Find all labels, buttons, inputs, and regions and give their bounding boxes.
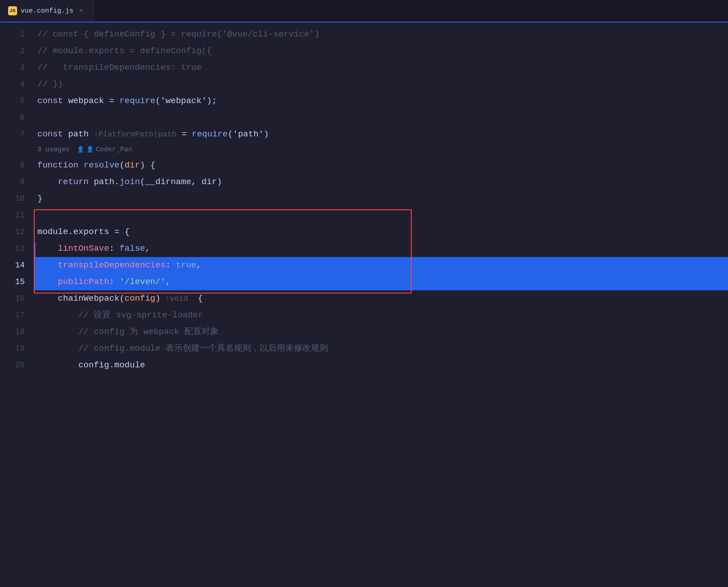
code-token: // config 为 webpack 配置对象	[78, 327, 219, 337]
code-line[interactable]: // config.module 表示创建一个具名规则，以后用来修改规则	[34, 340, 728, 357]
code-token: resolve	[84, 160, 120, 170]
tab-bar: JS vue.config.js ×	[0, 0, 728, 23]
code-token: // transpileDependencies: true	[37, 63, 202, 72]
code-area[interactable]: // const { defineConfig } = require('@vu…	[34, 23, 728, 587]
code-line[interactable]: // module.exports = defineConfig({	[34, 43, 728, 59]
code-token: // const { defineConfig } = require('@vu…	[37, 29, 319, 39]
code-token	[37, 327, 78, 337]
author-name: 👤Coder_Pan	[77, 143, 132, 157]
line-number: 12	[0, 224, 25, 240]
line-number: 6	[0, 109, 25, 126]
line-number: 7	[0, 126, 25, 143]
author-label: Coder_Pan	[96, 143, 132, 157]
code-token: require	[119, 96, 155, 106]
line-number	[0, 143, 25, 157]
code-line[interactable]: // 设置 svg-sprite-loader	[34, 307, 728, 324]
editor-area: 1234567891011121314151617181920 // const…	[0, 23, 728, 587]
meta-info-line: 3 usages👤Coder_Pan	[34, 143, 728, 157]
code-line[interactable]: // config 为 webpack 配置对象	[34, 324, 728, 340]
code-token: ) {	[140, 160, 155, 170]
code-token: :	[109, 277, 120, 287]
code-line[interactable]: function resolve(dir) {	[34, 157, 728, 174]
line-number: 8	[0, 157, 25, 174]
code-line[interactable]: transpileDependencies: true,	[34, 257, 728, 274]
code-token: require	[192, 129, 228, 139]
code-line[interactable]: chainWebpack(config) :void {	[34, 290, 728, 307]
code-token: // 设置 svg-sprite-loader	[78, 310, 203, 320]
file-tab[interactable]: JS vue.config.js ×	[0, 0, 94, 22]
code-token: (	[119, 160, 124, 170]
code-token: .exports = {	[68, 227, 130, 237]
code-token: false	[119, 244, 145, 253]
code-line[interactable]: // const { defineConfig } = require('@vu…	[34, 26, 728, 43]
code-token: ,	[145, 244, 150, 253]
code-token: module	[37, 227, 68, 237]
code-token: config	[37, 360, 109, 370]
line-number: 18	[0, 324, 25, 340]
code-token: ('webpack');	[155, 96, 217, 106]
usages-count: 3 usages	[37, 143, 70, 157]
line-number: 11	[0, 207, 25, 224]
code-token: // module.exports = defineConfig({	[37, 46, 212, 56]
line-number: 5	[0, 93, 25, 109]
line-number: 20	[0, 357, 25, 374]
code-token: :	[166, 260, 176, 270]
code-token: '/leven/'	[119, 277, 166, 287]
code-token: lintOnSave	[58, 244, 109, 253]
code-token	[37, 260, 58, 270]
tab-close-button[interactable]: ×	[77, 7, 85, 15]
line-number: 10	[0, 190, 25, 207]
code-token: path	[94, 177, 114, 187]
code-token: )	[155, 294, 160, 303]
code-token: =	[176, 129, 192, 139]
code-token: :void	[161, 294, 193, 303]
code-token: return	[37, 177, 94, 187]
code-line[interactable]: const path :PlatformPath|path = require(…	[34, 126, 728, 143]
code-line[interactable]: config.module	[34, 357, 728, 374]
code-token: config	[125, 294, 155, 303]
line-number: 17	[0, 307, 25, 324]
tab-filename: vue.config.js	[21, 7, 73, 15]
code-token: ,	[166, 277, 171, 287]
code-token: // config.module 表示创建一个具名规则，以后用来修改规则	[78, 343, 328, 353]
code-token	[37, 244, 58, 253]
code-line[interactable]: return path.join(__dirname, dir)	[34, 174, 728, 190]
code-line[interactable]: module.exports = {	[34, 224, 728, 240]
code-token	[37, 343, 78, 353]
code-token: (	[119, 294, 124, 303]
line-number: 16	[0, 290, 25, 307]
code-token: :PlatformPath|path	[94, 130, 176, 139]
code-token: :	[109, 244, 120, 253]
code-token: function	[37, 160, 84, 170]
code-token	[37, 277, 58, 287]
code-token: dir	[125, 160, 140, 170]
code-line[interactable]: lintOnSave: false,	[34, 240, 728, 257]
code-token: chainWebpack	[37, 294, 119, 303]
code-token: path	[68, 129, 89, 139]
code-line[interactable]: // })	[34, 76, 728, 93]
code-line[interactable]: publicPath: '/leven/',	[34, 274, 728, 290]
person-icon: 👤	[86, 143, 94, 157]
code-token: publicPath	[58, 277, 109, 287]
code-token: ('path')	[228, 129, 269, 139]
code-token: (__dirname, dir)	[140, 177, 222, 187]
code-token: =	[104, 96, 119, 106]
code-line[interactable]	[34, 207, 728, 224]
line-number: 9	[0, 174, 25, 190]
code-token: {	[193, 294, 203, 303]
code-line[interactable]: }	[34, 190, 728, 207]
line-number: 13	[0, 240, 25, 257]
code-line[interactable]: const webpack = require('webpack');	[34, 93, 728, 109]
line-number: 3	[0, 59, 25, 76]
code-token	[89, 129, 94, 139]
line-number: 19	[0, 340, 25, 357]
line-number: 14	[0, 257, 25, 274]
code-token: const	[37, 129, 68, 139]
line-number: 1	[0, 26, 25, 43]
code-token: join	[119, 177, 140, 187]
code-line[interactable]	[34, 109, 728, 126]
code-token	[37, 310, 78, 320]
line-number: 15	[0, 274, 25, 290]
code-line[interactable]: // transpileDependencies: true	[34, 59, 728, 76]
code-token: // })	[37, 79, 63, 89]
